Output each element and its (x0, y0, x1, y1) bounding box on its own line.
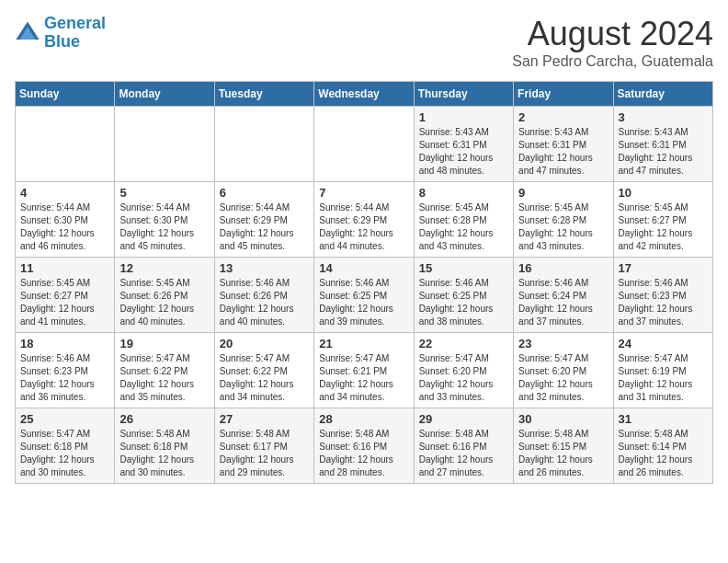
day-content-line: Daylight: 12 hours and 42 minutes. (619, 227, 708, 253)
calendar-cell: 4Sunrise: 5:44 AMSunset: 6:30 PMDaylight… (16, 182, 115, 258)
day-content-line: Sunrise: 5:46 AM (518, 277, 608, 290)
calendar-cell: 22Sunrise: 5:47 AMSunset: 6:20 PMDayligh… (414, 333, 513, 408)
calendar-header-cell: Sunday (16, 82, 115, 107)
calendar-cell: 30Sunrise: 5:48 AMSunset: 6:15 PMDayligh… (514, 408, 613, 484)
day-content: Sunrise: 5:45 AMSunset: 6:27 PMDaylight:… (20, 277, 109, 328)
day-content-line: Sunset: 6:17 PM (220, 441, 309, 454)
day-content-line: Daylight: 12 hours and 35 minutes. (119, 378, 209, 404)
calendar-cell: 27Sunrise: 5:48 AMSunset: 6:17 PMDayligh… (214, 408, 313, 484)
day-content-line: Daylight: 12 hours and 33 minutes. (419, 378, 508, 404)
day-content-line: Sunset: 6:15 PM (518, 441, 608, 454)
subtitle: San Pedro Carcha, Guatemala (512, 53, 713, 70)
day-content-line: Sunrise: 5:44 AM (119, 201, 209, 214)
day-content-line: Sunset: 6:31 PM (619, 139, 708, 152)
day-content: Sunrise: 5:44 AMSunset: 6:30 PMDaylight:… (119, 201, 209, 253)
day-number: 15 (419, 261, 508, 275)
calendar-cell: 5Sunrise: 5:44 AMSunset: 6:30 PMDaylight… (115, 182, 214, 258)
day-content-line: Sunrise: 5:47 AM (518, 352, 608, 365)
day-content-line: Sunrise: 5:45 AM (619, 201, 708, 214)
day-content-line: Sunset: 6:31 PM (518, 139, 608, 152)
day-content-line: Sunset: 6:19 PM (619, 365, 708, 378)
day-content: Sunrise: 5:47 AMSunset: 6:20 PMDaylight:… (518, 352, 608, 404)
calendar-header-row: SundayMondayTuesdayWednesdayThursdayFrid… (16, 82, 713, 107)
calendar-header-cell: Saturday (613, 82, 712, 107)
day-content-line: Sunset: 6:23 PM (20, 365, 109, 378)
main-title: August 2024 (512, 15, 713, 53)
day-content-line: Sunset: 6:27 PM (619, 214, 708, 227)
day-number: 20 (220, 337, 309, 350)
day-content: Sunrise: 5:47 AMSunset: 6:20 PMDaylight:… (419, 352, 508, 404)
day-content-line: Sunrise: 5:43 AM (419, 126, 508, 139)
day-content-line: Daylight: 12 hours and 38 minutes. (419, 303, 508, 328)
day-number: 4 (20, 186, 109, 200)
calendar-week-row: 4Sunrise: 5:44 AMSunset: 6:30 PMDaylight… (16, 182, 713, 258)
calendar-header-cell: Tuesday (214, 82, 313, 107)
day-content: Sunrise: 5:48 AMSunset: 6:16 PMDaylight:… (319, 428, 408, 479)
calendar-header-cell: Friday (514, 82, 613, 107)
calendar-cell (314, 107, 414, 182)
day-content-line: Sunrise: 5:46 AM (20, 352, 109, 365)
day-content-line: Sunset: 6:29 PM (319, 214, 408, 227)
calendar-table: SundayMondayTuesdayWednesdayThursdayFrid… (15, 81, 713, 484)
day-content: Sunrise: 5:48 AMSunset: 6:16 PMDaylight:… (419, 428, 508, 479)
calendar-cell: 13Sunrise: 5:46 AMSunset: 6:26 PMDayligh… (214, 258, 313, 333)
calendar-cell: 10Sunrise: 5:45 AMSunset: 6:27 PMDayligh… (613, 182, 712, 258)
day-number: 3 (619, 110, 708, 124)
calendar-week-row: 18Sunrise: 5:46 AMSunset: 6:23 PMDayligh… (16, 333, 713, 408)
day-content: Sunrise: 5:47 AMSunset: 6:21 PMDaylight:… (319, 352, 408, 404)
day-content: Sunrise: 5:46 AMSunset: 6:23 PMDaylight:… (619, 277, 708, 328)
day-content-line: Sunrise: 5:44 AM (319, 201, 408, 214)
day-content-line: Sunrise: 5:44 AM (220, 201, 309, 214)
day-content-line: Sunset: 6:20 PM (518, 365, 608, 378)
day-content-line: Sunset: 6:25 PM (419, 290, 508, 303)
day-number: 26 (119, 412, 209, 426)
day-content-line: Sunrise: 5:45 AM (20, 277, 109, 290)
day-content-line: Sunset: 6:18 PM (20, 441, 109, 454)
calendar-body: 1Sunrise: 5:43 AMSunset: 6:31 PMDaylight… (16, 107, 713, 484)
day-number: 23 (518, 337, 608, 350)
day-content-line: Sunset: 6:24 PM (518, 290, 608, 303)
day-number: 1 (419, 110, 508, 124)
day-content-line: Daylight: 12 hours and 27 minutes. (419, 454, 508, 479)
day-content-line: Daylight: 12 hours and 41 minutes. (20, 303, 109, 328)
day-content-line: Sunrise: 5:44 AM (20, 201, 109, 214)
day-content-line: Sunrise: 5:43 AM (518, 126, 608, 139)
day-content: Sunrise: 5:48 AMSunset: 6:18 PMDaylight:… (119, 428, 209, 479)
day-content: Sunrise: 5:44 AMSunset: 6:29 PMDaylight:… (220, 201, 309, 253)
day-content-line: Sunrise: 5:43 AM (619, 126, 708, 139)
calendar-cell: 12Sunrise: 5:45 AMSunset: 6:26 PMDayligh… (115, 258, 214, 333)
calendar-cell: 31Sunrise: 5:48 AMSunset: 6:14 PMDayligh… (613, 408, 712, 484)
calendar-cell: 24Sunrise: 5:47 AMSunset: 6:19 PMDayligh… (613, 333, 712, 408)
day-content: Sunrise: 5:48 AMSunset: 6:17 PMDaylight:… (220, 428, 309, 479)
calendar-cell: 3Sunrise: 5:43 AMSunset: 6:31 PMDaylight… (613, 107, 712, 182)
day-content-line: Sunrise: 5:45 AM (419, 201, 508, 214)
day-content-line: Sunset: 6:23 PM (619, 290, 708, 303)
day-content-line: Daylight: 12 hours and 46 minutes. (20, 227, 109, 253)
day-content: Sunrise: 5:44 AMSunset: 6:30 PMDaylight:… (20, 201, 109, 253)
calendar-week-row: 25Sunrise: 5:47 AMSunset: 6:18 PMDayligh… (16, 408, 713, 484)
day-content-line: Sunrise: 5:48 AM (419, 428, 508, 441)
calendar-cell: 19Sunrise: 5:47 AMSunset: 6:22 PMDayligh… (115, 333, 214, 408)
day-content-line: Sunrise: 5:48 AM (119, 428, 209, 441)
day-content: Sunrise: 5:46 AMSunset: 6:26 PMDaylight:… (220, 277, 309, 328)
day-content-line: Daylight: 12 hours and 43 minutes. (419, 227, 508, 253)
day-content-line: Daylight: 12 hours and 28 minutes. (319, 454, 408, 479)
day-content-line: Daylight: 12 hours and 40 minutes. (119, 303, 209, 328)
day-content-line: Sunset: 6:22 PM (220, 365, 309, 378)
logo-icon (15, 20, 40, 46)
day-number: 12 (119, 261, 209, 275)
day-number: 22 (419, 337, 508, 350)
day-content-line: Daylight: 12 hours and 39 minutes. (319, 303, 408, 328)
day-number: 19 (119, 337, 209, 350)
calendar-cell: 9Sunrise: 5:45 AMSunset: 6:28 PMDaylight… (514, 182, 613, 258)
day-number: 7 (319, 186, 408, 200)
day-content: Sunrise: 5:45 AMSunset: 6:28 PMDaylight:… (518, 201, 608, 253)
day-content-line: Sunrise: 5:47 AM (220, 352, 309, 365)
day-content-line: Sunrise: 5:47 AM (619, 352, 708, 365)
logo: General Blue (15, 15, 106, 52)
calendar-cell: 1Sunrise: 5:43 AMSunset: 6:31 PMDaylight… (414, 107, 513, 182)
day-content-line: Sunset: 6:28 PM (518, 214, 608, 227)
day-content-line: Sunset: 6:29 PM (220, 214, 309, 227)
day-content: Sunrise: 5:43 AMSunset: 6:31 PMDaylight:… (619, 126, 708, 178)
day-content-line: Daylight: 12 hours and 30 minutes. (119, 454, 209, 479)
